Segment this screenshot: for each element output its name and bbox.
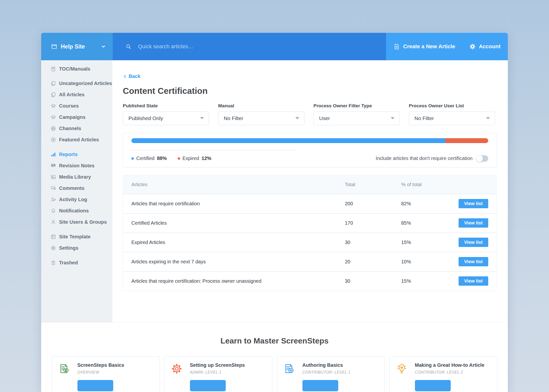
bell-icon — [50, 208, 56, 214]
process-owner-user-select[interactable]: No Filter — [409, 111, 495, 125]
dashed-divider — [131, 150, 296, 150]
caret-down-icon — [295, 117, 299, 119]
table-row: Certified Articles 170 85% View list — [123, 213, 496, 233]
learn-card-button[interactable] — [302, 380, 338, 391]
filter-published-state: Published State Published Only — [123, 103, 209, 125]
create-article-button[interactable]: Create a New Article — [393, 43, 455, 50]
column-pct-of-total: % of total — [401, 182, 459, 187]
table-row: Articles that require certification: Pro… — [123, 271, 496, 291]
sidebar-item-revision-notes[interactable]: Revision Notes — [41, 160, 112, 171]
pages-icon — [50, 92, 56, 98]
manual-select[interactable]: No Filter — [218, 111, 304, 125]
certified-bar-segment — [131, 138, 445, 143]
legend-expired: Expired 12% — [178, 156, 212, 161]
table-row: Articles expiring in the next 7 days 20 … — [123, 252, 496, 271]
file-plus-icon — [393, 43, 400, 50]
gear-icon — [50, 245, 56, 251]
page-title: Content Certification — [123, 86, 497, 96]
learn-card-button[interactable] — [415, 380, 451, 391]
lightbulb-icon — [396, 363, 408, 375]
chevron-left-icon — [123, 74, 127, 79]
filters-row: Published State Published Only Manual No… — [123, 103, 497, 125]
include-articles-toggle[interactable] — [476, 155, 488, 162]
gear-icon — [171, 363, 183, 375]
account-button[interactable]: Account — [469, 43, 500, 50]
legend-certified: Certified 88% — [131, 156, 167, 161]
sidebar-item-all-articles[interactable]: All Articles — [41, 89, 112, 100]
filter-process-owner-user: Process Owner User List No Filter — [409, 103, 495, 125]
filter-manual: Manual No Filter — [218, 103, 304, 125]
star-circle-icon — [50, 137, 56, 143]
learn-card-screensteps-basics[interactable]: ScreenSteps Basics OVERVIEW — [52, 356, 160, 392]
chevron-down-icon — [100, 44, 106, 49]
main-content: Back Content Certification Published Sta… — [112, 60, 508, 322]
document-eye-icon — [58, 363, 70, 375]
certification-progress-card: Certified 88% Expired 12% Include articl… — [123, 133, 497, 167]
published-state-select[interactable]: Published Only — [123, 111, 209, 125]
pages-icon — [50, 81, 56, 86]
bar-chart-icon — [50, 152, 56, 157]
process-owner-type-select[interactable]: User — [313, 111, 400, 125]
caret-down-icon — [200, 117, 204, 119]
sidebar-item-site-template[interactable]: Site Template — [41, 231, 112, 242]
browser-window-icon — [51, 43, 57, 50]
progress-legend: Certified 88% Expired 12% — [131, 156, 211, 161]
gear-icon — [469, 43, 476, 50]
learn-card-great-howto[interactable]: Making a Great How-to Article CONTRIBUTO… — [389, 356, 497, 392]
sidebar-item-channels[interactable]: Channels — [41, 123, 112, 134]
certified-dot-icon — [131, 157, 134, 160]
certification-progress-bar — [131, 138, 488, 143]
view-list-button[interactable]: View list — [459, 238, 488, 247]
sidebar-item-site-users-groups[interactable]: Site Users & Groups — [41, 216, 112, 228]
table-row: Articles that require certification 200 … — [123, 194, 496, 213]
sidebar-item-campaigns[interactable]: Campaigns — [41, 111, 112, 123]
learn-card-authoring-basics[interactable]: Authoring Basics CONTRIBUTOR: LEVEL 1 — [277, 356, 385, 392]
book-icon — [50, 66, 56, 72]
globe-icon — [50, 126, 56, 131]
sidebar-item-media-library[interactable]: Media Library — [41, 171, 112, 183]
comment-alert-icon — [50, 163, 56, 169]
sidebar-item-settings[interactable]: Settings — [41, 242, 112, 254]
sidebar-item-comments[interactable]: Comments — [41, 183, 112, 194]
table-row: Expired Articles 30 15% View list — [123, 233, 496, 252]
filter-process-owner-type: Process Owner Filter Type User — [313, 103, 400, 125]
site-name: Help Site — [61, 43, 85, 50]
site-selector[interactable]: Help Site — [41, 33, 113, 60]
sidebar-item-courses[interactable]: Courses — [41, 100, 112, 111]
sidebar-item-activity-log[interactable]: Activity Log — [41, 194, 112, 205]
expired-dot-icon — [178, 157, 180, 160]
app-window: Help Site Create a New Article A — [41, 33, 508, 392]
toggle-knob — [476, 155, 483, 162]
graduation-cap-icon — [50, 114, 56, 120]
image-icon — [50, 174, 56, 180]
search-input[interactable] — [138, 43, 320, 50]
learn-section: Learn to Master ScreenSteps ScreenSteps … — [41, 322, 508, 392]
layout-icon — [50, 234, 56, 240]
learn-card-setting-up[interactable]: Setting up ScreenSteps ADMIN: LEVEL 1 — [164, 356, 272, 392]
view-list-button[interactable]: View list — [459, 218, 488, 228]
sidebar-item-reports[interactable]: Reports — [41, 149, 112, 160]
view-list-button[interactable]: View list — [459, 276, 488, 286]
user-icon — [50, 219, 56, 225]
comments-icon — [50, 185, 56, 191]
sidebar-item-trashed[interactable]: Trashed — [41, 257, 112, 268]
caret-down-icon — [486, 117, 490, 119]
column-total: Total — [345, 182, 401, 187]
back-link[interactable]: Back — [123, 74, 140, 79]
sidebar-item-featured-articles[interactable]: Featured Articles — [41, 134, 112, 145]
sidebar-item-notifications[interactable]: Notifications — [41, 205, 112, 216]
view-list-button[interactable]: View list — [459, 199, 488, 208]
trash-icon — [50, 260, 56, 266]
search-bar — [113, 33, 386, 60]
search-icon — [125, 44, 132, 50]
top-bar: Help Site Create a New Article A — [41, 33, 508, 60]
view-list-button[interactable]: View list — [459, 257, 488, 266]
column-articles: Articles — [131, 182, 345, 187]
sidebar-item-uncategorized-articles[interactable]: Uncategorized Articles — [41, 78, 112, 89]
table-header: Articles Total % of total — [123, 175, 496, 194]
sidebar-item-toc-manuals[interactable]: TOC/Manuals — [41, 63, 112, 74]
learn-card-button[interactable] — [77, 380, 113, 391]
sidebar: TOC/Manuals Uncategorized Articles All A… — [41, 60, 112, 322]
toggle-label: Include articles that don't require cert… — [376, 156, 473, 161]
learn-card-button[interactable] — [190, 380, 226, 391]
